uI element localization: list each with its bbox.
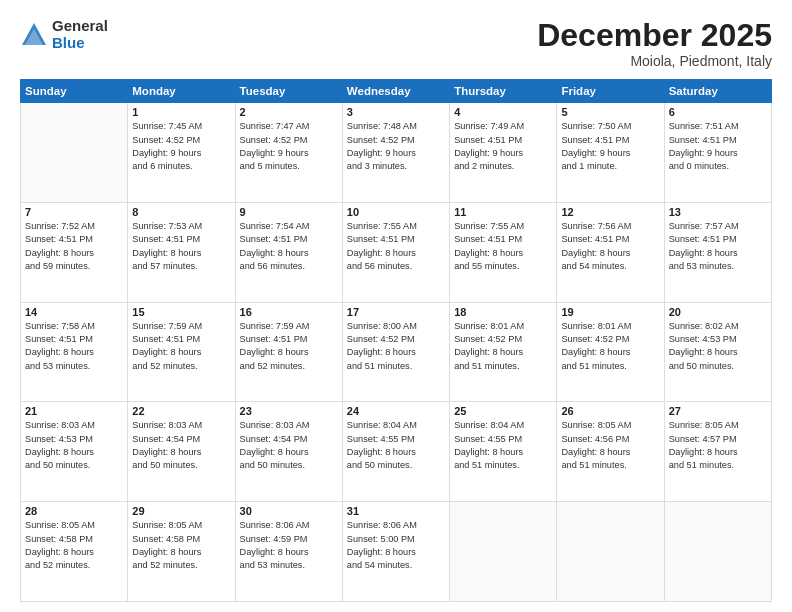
- logo-general: General: [52, 18, 108, 35]
- day-cell-w2-d3: 9Sunrise: 7:54 AMSunset: 4:51 PMDaylight…: [235, 202, 342, 302]
- day-number: 15: [132, 306, 230, 318]
- day-info: Sunrise: 7:59 AMSunset: 4:51 PMDaylight:…: [132, 320, 230, 373]
- day-number: 21: [25, 405, 123, 417]
- day-info: Sunrise: 8:05 AMSunset: 4:57 PMDaylight:…: [669, 419, 767, 472]
- col-wednesday: Wednesday: [342, 80, 449, 103]
- calendar-table: Sunday Monday Tuesday Wednesday Thursday…: [20, 79, 772, 602]
- day-cell-w3-d5: 18Sunrise: 8:01 AMSunset: 4:52 PMDayligh…: [450, 302, 557, 402]
- col-sunday: Sunday: [21, 80, 128, 103]
- day-number: 7: [25, 206, 123, 218]
- day-cell-w1-d2: 1Sunrise: 7:45 AMSunset: 4:52 PMDaylight…: [128, 103, 235, 203]
- day-cell-w5-d6: [557, 502, 664, 602]
- day-cell-w4-d2: 22Sunrise: 8:03 AMSunset: 4:54 PMDayligh…: [128, 402, 235, 502]
- day-number: 11: [454, 206, 552, 218]
- day-number: 23: [240, 405, 338, 417]
- day-info: Sunrise: 8:06 AMSunset: 4:59 PMDaylight:…: [240, 519, 338, 572]
- day-cell-w4-d4: 24Sunrise: 8:04 AMSunset: 4:55 PMDayligh…: [342, 402, 449, 502]
- day-cell-w4-d7: 27Sunrise: 8:05 AMSunset: 4:57 PMDayligh…: [664, 402, 771, 502]
- day-number: 3: [347, 106, 445, 118]
- day-number: 18: [454, 306, 552, 318]
- day-info: Sunrise: 8:03 AMSunset: 4:54 PMDaylight:…: [240, 419, 338, 472]
- week-row-4: 21Sunrise: 8:03 AMSunset: 4:53 PMDayligh…: [21, 402, 772, 502]
- day-number: 8: [132, 206, 230, 218]
- month-title: December 2025: [537, 18, 772, 53]
- day-number: 24: [347, 405, 445, 417]
- header: General Blue December 2025 Moiola, Piedm…: [20, 18, 772, 69]
- day-cell-w3-d7: 20Sunrise: 8:02 AMSunset: 4:53 PMDayligh…: [664, 302, 771, 402]
- day-cell-w2-d1: 7Sunrise: 7:52 AMSunset: 4:51 PMDaylight…: [21, 202, 128, 302]
- day-info: Sunrise: 7:55 AMSunset: 4:51 PMDaylight:…: [454, 220, 552, 273]
- week-row-1: 1Sunrise: 7:45 AMSunset: 4:52 PMDaylight…: [21, 103, 772, 203]
- logo-blue: Blue: [52, 35, 108, 52]
- day-cell-w5-d1: 28Sunrise: 8:05 AMSunset: 4:58 PMDayligh…: [21, 502, 128, 602]
- day-number: 28: [25, 505, 123, 517]
- day-info: Sunrise: 7:51 AMSunset: 4:51 PMDaylight:…: [669, 120, 767, 173]
- col-thursday: Thursday: [450, 80, 557, 103]
- location: Moiola, Piedmont, Italy: [537, 53, 772, 69]
- day-cell-w5-d4: 31Sunrise: 8:06 AMSunset: 5:00 PMDayligh…: [342, 502, 449, 602]
- day-cell-w1-d7: 6Sunrise: 7:51 AMSunset: 4:51 PMDaylight…: [664, 103, 771, 203]
- day-cell-w2-d2: 8Sunrise: 7:53 AMSunset: 4:51 PMDaylight…: [128, 202, 235, 302]
- day-cell-w1-d1: [21, 103, 128, 203]
- day-cell-w4-d6: 26Sunrise: 8:05 AMSunset: 4:56 PMDayligh…: [557, 402, 664, 502]
- day-info: Sunrise: 8:05 AMSunset: 4:58 PMDaylight:…: [132, 519, 230, 572]
- day-cell-w4-d3: 23Sunrise: 8:03 AMSunset: 4:54 PMDayligh…: [235, 402, 342, 502]
- day-cell-w3-d6: 19Sunrise: 8:01 AMSunset: 4:52 PMDayligh…: [557, 302, 664, 402]
- day-cell-w4-d5: 25Sunrise: 8:04 AMSunset: 4:55 PMDayligh…: [450, 402, 557, 502]
- day-info: Sunrise: 7:56 AMSunset: 4:51 PMDaylight:…: [561, 220, 659, 273]
- day-number: 12: [561, 206, 659, 218]
- day-cell-w1-d3: 2Sunrise: 7:47 AMSunset: 4:52 PMDaylight…: [235, 103, 342, 203]
- day-info: Sunrise: 8:03 AMSunset: 4:54 PMDaylight:…: [132, 419, 230, 472]
- day-cell-w3-d3: 16Sunrise: 7:59 AMSunset: 4:51 PMDayligh…: [235, 302, 342, 402]
- day-info: Sunrise: 7:48 AMSunset: 4:52 PMDaylight:…: [347, 120, 445, 173]
- day-info: Sunrise: 7:53 AMSunset: 4:51 PMDaylight:…: [132, 220, 230, 273]
- day-info: Sunrise: 7:45 AMSunset: 4:52 PMDaylight:…: [132, 120, 230, 173]
- day-info: Sunrise: 7:59 AMSunset: 4:51 PMDaylight:…: [240, 320, 338, 373]
- day-cell-w2-d4: 10Sunrise: 7:55 AMSunset: 4:51 PMDayligh…: [342, 202, 449, 302]
- day-number: 20: [669, 306, 767, 318]
- day-cell-w3-d4: 17Sunrise: 8:00 AMSunset: 4:52 PMDayligh…: [342, 302, 449, 402]
- day-cell-w3-d2: 15Sunrise: 7:59 AMSunset: 4:51 PMDayligh…: [128, 302, 235, 402]
- day-info: Sunrise: 8:02 AMSunset: 4:53 PMDaylight:…: [669, 320, 767, 373]
- day-number: 30: [240, 505, 338, 517]
- day-info: Sunrise: 7:47 AMSunset: 4:52 PMDaylight:…: [240, 120, 338, 173]
- calendar-header-row: Sunday Monday Tuesday Wednesday Thursday…: [21, 80, 772, 103]
- day-number: 4: [454, 106, 552, 118]
- day-info: Sunrise: 8:05 AMSunset: 4:56 PMDaylight:…: [561, 419, 659, 472]
- page: General Blue December 2025 Moiola, Piedm…: [0, 0, 792, 612]
- day-number: 26: [561, 405, 659, 417]
- day-cell-w2-d7: 13Sunrise: 7:57 AMSunset: 4:51 PMDayligh…: [664, 202, 771, 302]
- week-row-5: 28Sunrise: 8:05 AMSunset: 4:58 PMDayligh…: [21, 502, 772, 602]
- title-block: December 2025 Moiola, Piedmont, Italy: [537, 18, 772, 69]
- day-info: Sunrise: 8:05 AMSunset: 4:58 PMDaylight:…: [25, 519, 123, 572]
- logo-text: General Blue: [52, 18, 108, 51]
- day-info: Sunrise: 8:03 AMSunset: 4:53 PMDaylight:…: [25, 419, 123, 472]
- day-info: Sunrise: 8:01 AMSunset: 4:52 PMDaylight:…: [561, 320, 659, 373]
- day-number: 1: [132, 106, 230, 118]
- day-number: 13: [669, 206, 767, 218]
- day-info: Sunrise: 7:55 AMSunset: 4:51 PMDaylight:…: [347, 220, 445, 273]
- col-monday: Monday: [128, 80, 235, 103]
- day-info: Sunrise: 8:01 AMSunset: 4:52 PMDaylight:…: [454, 320, 552, 373]
- day-cell-w5-d7: [664, 502, 771, 602]
- day-info: Sunrise: 7:52 AMSunset: 4:51 PMDaylight:…: [25, 220, 123, 273]
- day-cell-w1-d6: 5Sunrise: 7:50 AMSunset: 4:51 PMDaylight…: [557, 103, 664, 203]
- day-number: 19: [561, 306, 659, 318]
- col-saturday: Saturday: [664, 80, 771, 103]
- day-number: 29: [132, 505, 230, 517]
- day-cell-w2-d5: 11Sunrise: 7:55 AMSunset: 4:51 PMDayligh…: [450, 202, 557, 302]
- day-info: Sunrise: 7:49 AMSunset: 4:51 PMDaylight:…: [454, 120, 552, 173]
- day-number: 5: [561, 106, 659, 118]
- day-number: 17: [347, 306, 445, 318]
- day-info: Sunrise: 8:06 AMSunset: 5:00 PMDaylight:…: [347, 519, 445, 572]
- week-row-2: 7Sunrise: 7:52 AMSunset: 4:51 PMDaylight…: [21, 202, 772, 302]
- logo: General Blue: [20, 18, 108, 51]
- day-info: Sunrise: 7:50 AMSunset: 4:51 PMDaylight:…: [561, 120, 659, 173]
- day-number: 27: [669, 405, 767, 417]
- logo-icon: [20, 21, 48, 49]
- day-cell-w2-d6: 12Sunrise: 7:56 AMSunset: 4:51 PMDayligh…: [557, 202, 664, 302]
- day-number: 6: [669, 106, 767, 118]
- day-cell-w4-d1: 21Sunrise: 8:03 AMSunset: 4:53 PMDayligh…: [21, 402, 128, 502]
- day-cell-w5-d2: 29Sunrise: 8:05 AMSunset: 4:58 PMDayligh…: [128, 502, 235, 602]
- day-info: Sunrise: 8:04 AMSunset: 4:55 PMDaylight:…: [454, 419, 552, 472]
